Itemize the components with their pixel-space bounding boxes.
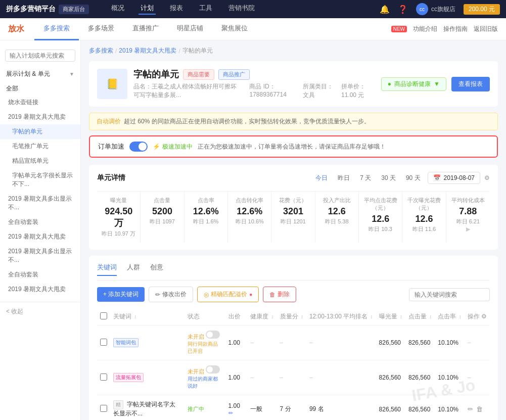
top-nav-academy[interactable]: 营销书院	[226, 4, 257, 15]
product-title: 字帖的单元	[133, 68, 179, 80]
sidebar-item-stationery2019c[interactable]: 2019 暑期文具大甩卖	[0, 282, 80, 297]
keyword-search-input[interactable]	[409, 288, 490, 301]
metric-roi: 投入产出比 12.6 昨日 5.38	[315, 192, 359, 243]
boost-status-label: 极速加速中	[162, 143, 193, 151]
keyword-cell: 流量拓展包	[110, 360, 185, 395]
delete-button[interactable]: 🗑 删除	[263, 287, 296, 302]
status-badge: 未开启	[188, 368, 204, 375]
sidebar-item-stationery2019[interactable]: 2019 暑期文具大甩卖	[0, 110, 80, 124]
impressions-cell: 826,560	[376, 325, 405, 360]
tab-keywords[interactable]: 关键词	[97, 263, 117, 276]
sidebar-item-auto-kit1[interactable]: 全自动套装	[0, 215, 80, 229]
breadcrumb-campaign[interactable]: 2019 暑期文具大甩卖	[119, 46, 176, 55]
sub-nav-search[interactable]: 多多搜索	[34, 18, 79, 40]
date-tab-yesterday[interactable]: 昨日	[335, 173, 353, 183]
sub-nav-star[interactable]: 明星店铺	[168, 18, 212, 40]
feature-intro-link[interactable]: 功能介绍	[413, 25, 437, 33]
trash-icon: 🗑	[269, 291, 275, 298]
top-nav-tools[interactable]: 工具	[197, 4, 214, 15]
tab-creative[interactable]: 创意	[150, 263, 163, 276]
settings-icon[interactable]: ⚙	[481, 313, 487, 320]
question-icon[interactable]: ❓	[398, 5, 408, 14]
sidebar-item-stationery-more2[interactable]: 2019 暑期文具多出显示不...	[0, 244, 80, 267]
date-tab-7days[interactable]: 7 天	[357, 173, 374, 183]
bell-icon[interactable]: 🔔	[380, 5, 390, 14]
delete-icon[interactable]: 🗑	[476, 405, 483, 413]
sidebar-section-plans[interactable]: 展示计划 & 单元 ▼	[0, 66, 80, 80]
breadcrumb: 多多搜索 / 2019 暑期文具大甩卖 / 字帖的单元	[89, 46, 498, 55]
sidebar-item-auto-kit2[interactable]: 全自动套装	[0, 267, 80, 282]
breadcrumb-search[interactable]: 多多搜索	[89, 46, 113, 55]
date-tab-today[interactable]: 今日	[312, 173, 331, 183]
sidebar-collapse-btn[interactable]: < 收起	[0, 302, 80, 321]
clicks-cell: 826,560	[405, 360, 435, 395]
product-badge-promotion: 商品推广	[218, 69, 250, 80]
status-toggle[interactable]	[206, 331, 220, 339]
health-button[interactable]: ● 商品诊断健康 ▼	[381, 77, 446, 91]
date-tab-90days[interactable]: 90 天	[403, 173, 424, 183]
top-nav-overview[interactable]: 概况	[109, 4, 126, 15]
health-cell: 一般	[247, 395, 277, 421]
keyword-toolbar: + 添加关键词 ✏ 修改出价 ◎ 精确匹配溢价 ● 🗑 删除	[97, 287, 490, 302]
precise-match-button[interactable]: ◎ 精确匹配溢价 ●	[197, 287, 259, 302]
breadcrumb-current: 字帖的单元	[182, 46, 213, 55]
sidebar-item-stationery2019b[interactable]: 2019 暑期文具大甩卖	[0, 229, 80, 244]
guide-link[interactable]: 操作指南	[443, 25, 468, 33]
status-hint[interactable]: 用过的商家都说好	[188, 376, 222, 390]
edit-icon[interactable]: ✏	[468, 405, 473, 413]
top-nav-report[interactable]: 报表	[168, 4, 185, 15]
date-tab-30days[interactable]: 30 天	[378, 173, 399, 183]
edit-bid-icon[interactable]: ✏	[228, 410, 233, 416]
sub-nav-focus[interactable]: 聚焦展位	[212, 18, 257, 40]
add-keyword-button[interactable]: + 添加关键词	[97, 287, 145, 302]
calendar-icon: 📅	[433, 174, 441, 181]
new-badge: NEW	[391, 26, 407, 32]
sidebar-all-label[interactable]: 全部	[0, 80, 80, 95]
sidebar-item-ricepaper[interactable]: 精品宣纸单元	[0, 154, 80, 168]
sub-nav-live[interactable]: 直播推广	[123, 18, 168, 40]
status-cell: 未开启 用过的商家都说好	[185, 360, 225, 395]
sidebar-item-longname[interactable]: 字帖单元名字很长显示不下...	[0, 168, 80, 192]
date-picker[interactable]: 📅 2019-08-07	[428, 172, 480, 184]
settings-icon[interactable]: ⚙	[484, 174, 490, 181]
modify-bid-button[interactable]: ✏ 修改出价	[149, 287, 193, 302]
row-checkbox[interactable]	[100, 405, 107, 412]
tab-audience[interactable]: 人群	[127, 263, 140, 276]
top-nav-plan[interactable]: 计划	[139, 4, 156, 15]
sub-nav-scene[interactable]: 多多场景	[79, 18, 123, 40]
edit-icon: ✏	[155, 291, 160, 298]
product-name: 品名：王羲之成人楷体流畅好用可擦坏可写字帖量多展...	[133, 82, 241, 100]
metric-ctr: 点击率 12.6% 昨日 1.6%	[185, 192, 228, 243]
sidebar-search-input[interactable]	[5, 50, 75, 62]
sidebar-item-brush[interactable]: 毛笔推广单元	[0, 139, 80, 154]
sidebar-item-stationery-more[interactable]: 2019 暑期文具多出显示不...	[0, 192, 80, 215]
target-icon: ◎	[204, 291, 209, 298]
row-checkbox[interactable]	[100, 374, 107, 381]
top-navigation: 拼多多营销平台 商家后台 概况 计划 报表 工具 营销书院 🔔 ❓ cc cc旗…	[0, 0, 506, 18]
th-action: 操作 ⚙	[465, 308, 490, 325]
metric-impressions: 曝光量 924.50 万 昨日 10.97 万	[97, 192, 141, 243]
merchant-button[interactable]: 商家后台	[59, 5, 89, 14]
product-image: 📒	[97, 69, 127, 99]
date-controls: 今日 昨日 7 天 30 天 90 天 📅 2019-08-07 ⚙	[312, 172, 490, 184]
product-category: 所属类目：文具	[303, 82, 333, 100]
quality-cell: –	[277, 360, 306, 395]
status-hint[interactable]: 同行同款商品已开启	[188, 341, 222, 355]
balance[interactable]: 200.00 元	[464, 4, 500, 15]
rank-cell: 99 名	[306, 395, 376, 421]
avatar: cc	[416, 3, 428, 15]
sidebar-search-container	[0, 45, 80, 66]
status-toggle[interactable]	[206, 365, 220, 374]
row-checkbox[interactable]	[100, 339, 107, 346]
metrics-grid: 曝光量 924.50 万 昨日 10.97 万 点击量 5200 昨日 1097…	[97, 191, 490, 243]
old-version-link[interactable]: 返回旧版	[474, 25, 498, 33]
select-all-checkbox[interactable]	[100, 312, 107, 319]
clicks-cell: 826,560	[405, 325, 435, 360]
th-clicks: 点击量 ↕	[405, 308, 435, 325]
sidebar-item-copybook[interactable]: 字帖的单元	[0, 124, 80, 139]
status-badge: 未开启	[188, 334, 204, 340]
metric-avg-cpc: 平均点击花费（元） 12.6 昨日 10.3	[359, 192, 402, 243]
sidebar-item-kettle[interactable]: 烧水壶链接	[0, 95, 80, 110]
view-report-button[interactable]: 查看报表	[451, 77, 490, 91]
order-boost-toggle[interactable]	[129, 142, 148, 152]
